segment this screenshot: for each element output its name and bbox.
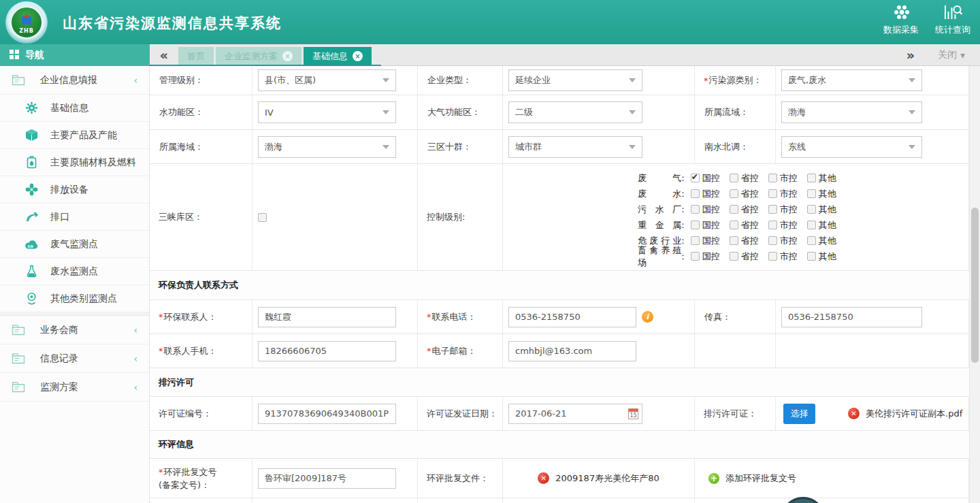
eia-file-name[interactable]: 2009187寿光美伦年产80	[555, 472, 659, 485]
checkbox-national[interactable]	[691, 189, 700, 198]
three-zones-ten-clusters-select[interactable]: 城市群	[508, 136, 642, 158]
checkbox-provincial[interactable]	[730, 174, 738, 182]
checkbox-provincial[interactable]	[730, 205, 738, 214]
checkbox-other[interactable]	[807, 236, 816, 245]
checkbox-other[interactable]	[807, 252, 816, 261]
chevron-down-icon	[909, 145, 915, 149]
checkbox-national[interactable]	[691, 252, 700, 261]
tab-scroll-left-icon[interactable]: «	[150, 44, 178, 65]
enterprise-type-select[interactable]: 延续企业	[508, 69, 642, 91]
sidebar-item-label: 主要原辅材料及燃料	[50, 157, 136, 169]
tab-home[interactable]: 首页	[178, 47, 214, 65]
water-function-zone-select[interactable]: IV	[258, 101, 396, 123]
sidebar-item-label: 信息记录	[40, 353, 78, 365]
checkbox-other[interactable]	[807, 174, 816, 182]
fuel-icon	[24, 156, 39, 169]
field-label: 水功能区：	[150, 95, 252, 129]
checkbox-municipal[interactable]	[768, 252, 777, 261]
sidebar-item-enterprise-info[interactable]: 企业信息填报 ‹	[0, 66, 149, 95]
field-cell	[776, 300, 969, 334]
form-row: 三峡库区： 控制级别: 废气: 国控 省控 市控 其他	[150, 164, 969, 271]
tab-basic-info[interactable]: 基础信息 ×	[304, 47, 372, 65]
checkbox-provincial[interactable]	[730, 252, 738, 261]
chevron-left-icon: ‹	[133, 382, 137, 393]
tab-enterprise-monitoring-plan[interactable]: 企业监测方案 ×	[216, 47, 301, 65]
air-function-zone-select[interactable]: 二级	[508, 101, 642, 123]
top-header: ZHB 山东省污染源监测信息共享系统 数据采集 统计查询	[0, 0, 980, 44]
management-level-select[interactable]: 县(市、区属)	[258, 69, 396, 91]
checkbox-other[interactable]	[807, 189, 816, 198]
checkbox-other[interactable]	[807, 205, 816, 214]
chevron-down-icon: ▾	[960, 50, 965, 61]
eia-doc-number-input[interactable]	[258, 468, 396, 489]
field-cell: + 添加环评批复文号	[695, 459, 969, 498]
fax-input[interactable]	[781, 307, 922, 327]
choose-file-button[interactable]: 选择	[783, 404, 815, 424]
email-input[interactable]	[508, 341, 636, 361]
sidebar-item-basic-info[interactable]: 基础信息	[0, 95, 149, 122]
checkbox-municipal[interactable]	[768, 236, 777, 245]
chevron-down-icon	[382, 110, 389, 114]
checkbox-other[interactable]	[807, 221, 816, 229]
sidebar-item-business-consultation[interactable]: 业务会商 ‹	[0, 316, 149, 344]
contact-person-input[interactable]	[258, 307, 396, 327]
field-cell: 废气,废水	[776, 66, 969, 95]
delete-file-icon[interactable]: ✕	[848, 408, 860, 419]
checkbox-municipal[interactable]	[768, 174, 777, 182]
data-collection-button[interactable]: 数据采集	[883, 5, 919, 36]
tab-close-icon[interactable]: ×	[282, 51, 293, 61]
contact-phone-input[interactable]	[508, 307, 636, 327]
vertical-scrollbar[interactable]	[969, 66, 980, 503]
checkbox-provincial[interactable]	[730, 189, 738, 198]
sidebar-item-raw-materials-fuel[interactable]: 主要原辅材料及燃料	[0, 149, 149, 176]
scrollbar-thumb[interactable]	[971, 208, 979, 363]
control-row-waste-water: 废水: 国控 省控 市控 其他	[638, 186, 839, 201]
field-label: 企业类型：	[418, 66, 503, 95]
sidebar-item-monitoring-plan[interactable]: 监测方案 ‹	[0, 373, 149, 402]
checkbox-national[interactable]	[691, 221, 700, 229]
tab-scroll-right-icon[interactable]: »	[906, 48, 915, 63]
south-north-water-select[interactable]: 东线	[781, 136, 922, 158]
sidebar-item-label: 企业信息填报	[40, 74, 97, 86]
permit-date-input[interactable]: 2017-06-21 15	[508, 404, 642, 424]
pollution-source-type-select[interactable]: 废气,废水	[781, 69, 922, 91]
calendar-icon[interactable]: 15	[628, 408, 638, 419]
add-icon[interactable]: +	[708, 473, 719, 484]
info-icon[interactable]: i	[642, 311, 653, 323]
three-gorges-checkbox[interactable]	[258, 213, 267, 222]
checkbox-national[interactable]	[691, 174, 700, 182]
checkbox-national[interactable]	[691, 205, 700, 214]
permit-number-input[interactable]	[258, 404, 396, 424]
checkbox-provincial[interactable]	[730, 236, 738, 245]
checkbox-municipal[interactable]	[768, 221, 777, 229]
tab-close-icon[interactable]: ×	[353, 51, 363, 61]
field-label: *环保联系人：	[150, 300, 252, 334]
chevron-down-icon	[629, 110, 636, 114]
sidebar-item-other-monitoring-points[interactable]: 其他类别监测点	[0, 285, 149, 312]
field-label: 环评批复文件：	[418, 459, 503, 498]
permit-file-name[interactable]: 美伦排污许可证副本.pdf	[866, 408, 962, 420]
checkbox-national[interactable]	[691, 236, 700, 245]
sidebar-item-info-records[interactable]: 信息记录 ‹	[0, 344, 149, 373]
checkbox-municipal[interactable]	[768, 205, 777, 214]
sidebar-item-outfall[interactable]: 排口	[0, 204, 149, 231]
sidebar-item-waste-water-points[interactable]: 废水监测点	[0, 258, 149, 285]
sidebar-item-emission-equipment[interactable]: 排放设备	[0, 176, 149, 204]
delete-file-icon[interactable]: ✕	[538, 472, 549, 484]
app-title: 山东省污染源监测信息共享系统	[63, 14, 282, 33]
checkbox-provincial[interactable]	[730, 221, 738, 229]
add-eia-doc-link[interactable]: 添加环评批复文号	[725, 472, 796, 485]
field-label: 传真：	[695, 300, 776, 334]
statistics-query-button[interactable]: 统计查询	[935, 5, 970, 36]
contact-mobile-input[interactable]	[258, 341, 396, 361]
sea-area-select[interactable]: 渤海	[258, 136, 396, 158]
partial-form-row	[150, 498, 969, 503]
sidebar-item-waste-gas-points[interactable]: co 废气监测点	[0, 231, 149, 258]
field-label: 许可证编号：	[150, 397, 252, 430]
river-basin-select[interactable]: 渤海	[781, 101, 922, 123]
checkbox-municipal[interactable]	[768, 189, 777, 198]
close-tabs-menu[interactable]: 关闭 ▾	[938, 49, 965, 61]
sidebar-item-products-capacity[interactable]: 主要产品及产能	[0, 122, 149, 149]
field-label: *联系人手机：	[150, 334, 252, 368]
fan-icon	[24, 183, 39, 196]
